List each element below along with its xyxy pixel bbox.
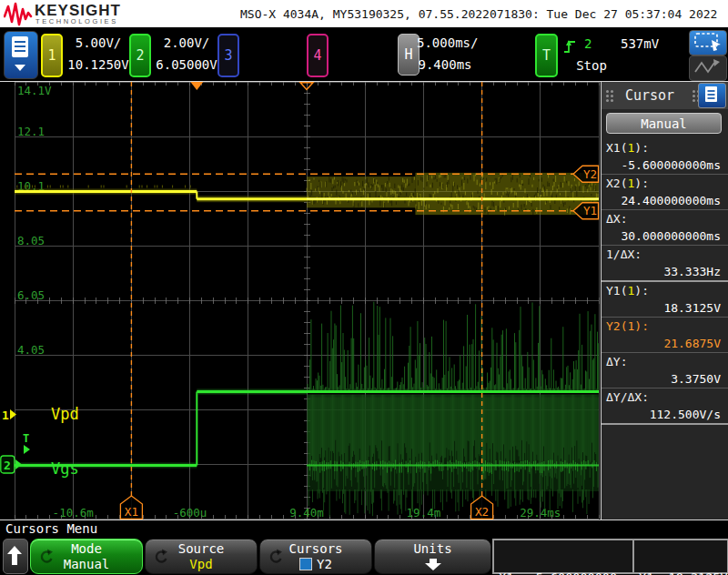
cursor-panel-header[interactable]: Cursor [602, 82, 728, 109]
y-cursor-readout: Y1: 18.3125V Y2: 21.6875V [632, 539, 728, 574]
softkey-mode[interactable]: Mode Manual [30, 539, 143, 574]
softkey-units[interactable]: Units [374, 539, 491, 574]
selected-cursor-swatch-icon [299, 558, 312, 570]
pan-tool-button[interactable] [689, 55, 727, 81]
svg-text:Vpd: Vpd [51, 405, 79, 423]
softkey-source-label: Source [146, 541, 257, 556]
svg-text:T: T [23, 432, 29, 445]
row-label-suffix: ): [634, 177, 649, 190]
channel-2-offset: 6.05000V [147, 57, 226, 72]
svg-text:6.05: 6.05 [17, 288, 45, 302]
menu-list-icon [699, 84, 723, 106]
svg-text:9.40m: 9.40m [289, 506, 324, 520]
softkey-units-label: Units [375, 541, 490, 556]
trigger-source: 2 [584, 36, 592, 51]
toolbar: 1 5.00V/ 10.1250V 2 2.00V/ 6.05000V 3 4 … [0, 27, 728, 82]
row-label: ΔY/ΔX: [606, 390, 649, 404]
selection-box-icon [690, 31, 724, 53]
x-cursor-readout: X1: -5.600000000ms X2: 24.400000000ms [492, 539, 639, 574]
cursor-panel-menu-button[interactable] [698, 83, 726, 108]
row-label: Y1( [606, 284, 627, 298]
cursor-readout-row-dx: ΔX: 30.000000000ms [602, 210, 728, 246]
pan-waveform-icon [690, 56, 724, 78]
row-value: 24.400000000ms [602, 192, 728, 209]
svg-text:X1: X1 [125, 505, 138, 519]
cursor-panel-title: Cursor [612, 87, 688, 104]
cursor-readout-row-y2: Y2(1): 21.6875V [602, 318, 728, 353]
svg-text:-10.6m: -10.6m [53, 506, 94, 520]
brand-subtitle: TECHNOLOGIES [35, 17, 118, 25]
down-arrow-icon [423, 559, 443, 571]
channel-4-button[interactable]: 4 [307, 34, 329, 77]
svg-text:Y2: Y2 [583, 167, 597, 181]
drag-handle-icon[interactable] [606, 90, 609, 93]
menu-list-icon [5, 32, 35, 76]
svg-text:29.4ms: 29.4ms [520, 506, 561, 520]
channel-2-number: 2 [136, 47, 144, 64]
row-value: 21.6875V [602, 335, 728, 352]
back-button[interactable] [3, 539, 28, 574]
svg-text:1: 1 [2, 409, 9, 422]
row-label: 1/ΔX: [606, 247, 642, 261]
instrument-status-line: MSO-X 4034A, MY53190325, 07.55.202207183… [240, 7, 717, 21]
timebase-delay: 9.400ms [417, 57, 473, 72]
softkey-source-value: Vpd [146, 557, 257, 571]
row-value: 112.500V/s [602, 406, 728, 423]
row-value: -5.600000000ms [602, 156, 728, 174]
channel-1-scale: 5.00V/ [59, 35, 137, 50]
menu-title: Cursors Menu [5, 521, 97, 536]
row-label: ΔY: [606, 355, 627, 368]
drag-handle-icon[interactable] [693, 90, 695, 93]
softkey-source[interactable]: Source Vpd [145, 539, 258, 574]
main-menu-button[interactable] [4, 31, 38, 79]
svg-text:14.1V: 14.1V [17, 84, 52, 97]
cursor-readout-row-y1: Y1(1): 18.3125V [602, 282, 728, 318]
cursor-readout-row-invdx: 1/ΔX: 33.333Hz [602, 246, 728, 282]
row-value: 33.333Hz [602, 263, 728, 280]
trigger-label: T [542, 47, 551, 64]
x1-readout: X1: -5.600000000ms [499, 570, 632, 575]
row-label-suffix: ): [634, 141, 649, 155]
row-label: ΔX: [606, 212, 627, 226]
cursor-panel: Cursor Manual X1(1): -5.600000000ms X2(1 [601, 82, 728, 520]
keysight-logo-icon [4, 2, 33, 26]
row-label: Y2( [606, 319, 627, 333]
cursor-readout-row-dy: ΔY: 3.3750V [602, 353, 728, 388]
softkey-cursors-label: Cursors [260, 541, 371, 556]
horizontal-label: H [404, 46, 412, 63]
svg-text:-600u: -600u [173, 506, 207, 520]
rising-edge-icon [562, 36, 577, 55]
acquisition-status: Stop [555, 58, 628, 73]
row-label: X2( [606, 177, 627, 190]
row-label: X1( [606, 141, 627, 155]
svg-text:X2: X2 [475, 505, 489, 519]
waveform-display[interactable]: 14.1V12.110.18.056.054.05-10.6m-600u9.40… [0, 82, 601, 520]
svg-text:2: 2 [4, 459, 11, 472]
channel-4-number: 4 [313, 47, 321, 64]
channel-1-number: 1 [47, 47, 56, 64]
svg-text:4.05: 4.05 [17, 343, 45, 357]
softkey-mode-label: Mode [31, 541, 142, 556]
trigger-level: 537mV [621, 36, 659, 51]
top-header: KEYSIGHT TECHNOLOGIES MSO-X 4034A, MY531… [0, 0, 728, 27]
cursor-readout-row-x2: X2(1): 24.400000000ms [602, 175, 728, 210]
channel-3-button[interactable]: 3 [217, 34, 239, 77]
cursor-readout-row-x1: X1(1): -5.600000000ms [602, 139, 728, 175]
svg-text:8.05: 8.05 [17, 234, 45, 247]
row-value: 3.3750V [602, 370, 728, 388]
selection-tool-button[interactable] [689, 30, 727, 55]
svg-text:12.1: 12.1 [17, 125, 45, 138]
channel-1-offset: 10.1250V [59, 57, 137, 72]
up-arrow-icon [4, 540, 25, 571]
cursor-mode-button[interactable]: Manual [606, 113, 722, 134]
softkey-menu: Cursors Menu Mode Manual Source Vpd [0, 520, 728, 575]
softkey-cursors[interactable]: Cursors Y2 [259, 539, 372, 574]
timebase-scale: 5.000ms/ [417, 35, 473, 50]
svg-text:Y1: Y1 [583, 204, 597, 217]
softkey-mode-value: Manual [31, 557, 142, 571]
softkey-cursors-value: Y2 [317, 557, 332, 571]
oscilloscope-screen: KEYSIGHT TECHNOLOGIES MSO-X 4034A, MY531… [0, 0, 728, 575]
row-label-suffix: ): [634, 319, 649, 333]
y1-readout: Y1: 18.3125V [639, 570, 723, 575]
cursor-readout-row-dydx: ΔY/ΔX: 112.500V/s [602, 388, 728, 425]
